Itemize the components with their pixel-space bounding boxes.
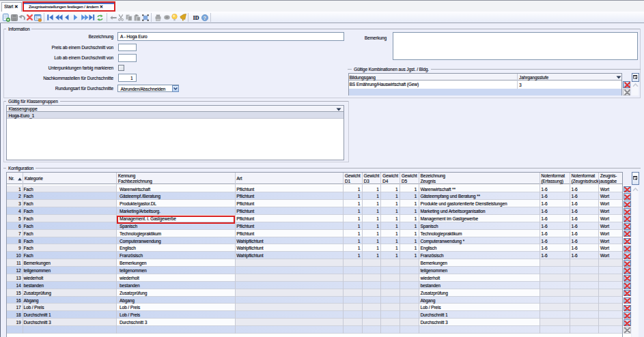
svg-text:?: ? [204,14,207,20]
